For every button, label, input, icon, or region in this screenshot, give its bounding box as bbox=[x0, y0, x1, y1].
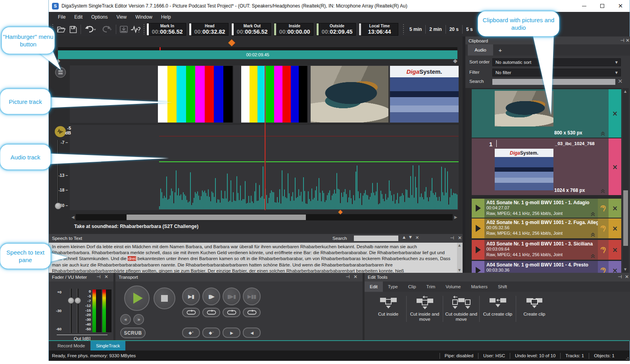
scroll-down-icon[interactable]: ▼ bbox=[458, 268, 461, 272]
overview-range-bar[interactable]: 00:02:09.45 bbox=[58, 50, 457, 59]
picture-track-lane[interactable]: DigaSystem. bbox=[70, 65, 459, 123]
open-button[interactable] bbox=[55, 24, 67, 35]
menu-view[interactable]: View bbox=[112, 13, 131, 21]
collapse-icon[interactable] bbox=[590, 212, 595, 216]
clipboard-scrollbar[interactable]: ▲ ▼ bbox=[622, 88, 629, 273]
clipboard-picture-item[interactable]: 1_03_ibc_1024_768DigaSystem.1024 x 768 p… bbox=[472, 138, 621, 195]
play-button[interactable] bbox=[472, 199, 484, 218]
picture-clip-lizard[interactable] bbox=[311, 66, 388, 123]
clipboard-tab-audio[interactable]: Audio bbox=[468, 44, 493, 56]
tab-trim[interactable]: Trim bbox=[421, 282, 441, 292]
speech-scrollbar[interactable]: ▲ ▼ bbox=[457, 243, 463, 273]
delete-button[interactable]: × bbox=[609, 138, 621, 195]
listen-button[interactable] bbox=[598, 199, 609, 218]
menu-help[interactable]: Help bbox=[157, 13, 175, 21]
track-fader-knob[interactable] bbox=[55, 203, 61, 209]
redo-button[interactable] bbox=[98, 24, 114, 35]
play-to-mark-button[interactable]: ▶▮ bbox=[182, 287, 200, 305]
collapse-icon[interactable] bbox=[590, 232, 595, 237]
stop-button[interactable] bbox=[154, 287, 175, 309]
skip-forward-button[interactable]: » bbox=[133, 314, 144, 325]
clipboard-audio-item[interactable]: A02 Sonate Nr. 1 g-moll BWV 1001 - 2. Fu… bbox=[472, 218, 621, 238]
track-fader-slider[interactable] bbox=[58, 140, 59, 207]
pin-icon[interactable]: ⊣ bbox=[346, 274, 350, 280]
play-button[interactable] bbox=[472, 240, 484, 260]
loop-button-4[interactable] bbox=[243, 308, 261, 317]
play-inside-button[interactable]: ▮▶▮ bbox=[223, 287, 240, 305]
search-clear-icon[interactable]: ✕ bbox=[618, 78, 623, 85]
listen-button[interactable] bbox=[598, 261, 609, 273]
timebox-head[interactable]: Head00:00:32.82 bbox=[189, 23, 229, 36]
delete-button[interactable]: × bbox=[609, 89, 621, 138]
delete-button[interactable]: × bbox=[609, 240, 621, 260]
loop-button-1[interactable] bbox=[182, 308, 200, 317]
zoom-preset-5min[interactable]: 5 min bbox=[406, 27, 425, 32]
mode-tab-singletrack[interactable]: SingleTrack bbox=[90, 341, 125, 351]
play-from-mark-button[interactable]: ▮▶ bbox=[202, 287, 220, 305]
pin-icon[interactable]: ⊣ bbox=[450, 235, 454, 241]
search-prev-icon[interactable]: ▲ bbox=[403, 235, 405, 239]
close-icon[interactable]: ✕ bbox=[104, 274, 108, 280]
pin-icon[interactable]: ⊣ bbox=[618, 274, 622, 280]
track-gain-icon[interactable] bbox=[55, 126, 66, 137]
resize-grip[interactable] bbox=[625, 356, 629, 360]
collapse-icon[interactable] bbox=[590, 254, 595, 259]
tool-create-clip[interactable]: Create clip bbox=[516, 296, 553, 322]
save-button[interactable] bbox=[67, 24, 79, 35]
scrollbar-thumb[interactable] bbox=[127, 215, 306, 220]
fader-knob-right[interactable] bbox=[75, 297, 81, 304]
range-diamond-right-icon[interactable]: ◆ bbox=[453, 57, 457, 64]
tool-cut-create-clip[interactable]: Cut create clip bbox=[480, 296, 516, 322]
horizontal-scrollbar[interactable]: ◀ ▶ bbox=[49, 214, 463, 221]
search-clear-icon[interactable]: ✕ bbox=[415, 235, 419, 240]
tool-cut-inside[interactable]: Cut inside bbox=[370, 296, 407, 322]
tab-shift[interactable]: Shift bbox=[493, 282, 512, 292]
menu-file[interactable]: File bbox=[54, 13, 70, 21]
zoom-preset-20s[interactable]: 20 s bbox=[446, 27, 462, 32]
play-button[interactable] bbox=[472, 261, 484, 273]
scrub-button[interactable]: SCRUB bbox=[120, 328, 146, 338]
menu-options[interactable]: Options bbox=[87, 13, 112, 21]
timebox-mark-out[interactable]: Mark Out00:00:56.52 bbox=[231, 23, 271, 36]
listen-button[interactable] bbox=[598, 240, 609, 260]
delete-button[interactable]: × bbox=[609, 218, 621, 238]
timeline-overview[interactable]: ◆ 00:02:09.45 ◆ ◆ bbox=[49, 36, 463, 65]
pin-icon[interactable]: ⊣ bbox=[620, 38, 624, 43]
minimize-button[interactable] bbox=[575, 0, 593, 12]
track-marker-icon[interactable]: ◆ bbox=[338, 208, 343, 215]
toolbar-grip[interactable] bbox=[142, 24, 146, 34]
close-button[interactable]: ✕ bbox=[611, 0, 630, 12]
sort-order-select[interactable]: No automatic sort▼ bbox=[492, 58, 621, 66]
play-outside-button[interactable]: ▶▮▮ bbox=[243, 287, 261, 305]
remove-marker-button[interactable]: ◆⁻ bbox=[202, 328, 220, 338]
timebox-inside[interactable]: Inside00:00:00.00 bbox=[274, 23, 313, 36]
scroll-left-icon[interactable]: ◀ bbox=[71, 215, 75, 219]
overview-marker-icon[interactable]: ◆ bbox=[228, 37, 235, 47]
filter-select[interactable]: No filter▼ bbox=[492, 69, 621, 77]
scrollbar-thumb[interactable] bbox=[623, 190, 628, 246]
speech-search-input[interactable] bbox=[354, 236, 398, 241]
play-button[interactable] bbox=[124, 285, 150, 311]
overview-ruler[interactable] bbox=[58, 47, 457, 50]
close-icon[interactable]: ✕ bbox=[625, 274, 629, 280]
prev-marker-button[interactable]: ◀ bbox=[243, 328, 261, 338]
clipboard-audio-item[interactable]: A04 Sonate Nr. 1 g-moll BWV 1001 - 4. Pr… bbox=[472, 261, 621, 273]
mode-tab-record-mode[interactable]: Record Mode bbox=[52, 341, 90, 351]
collapse-icon[interactable] bbox=[600, 131, 605, 136]
pin-icon[interactable]: ⊣ bbox=[96, 274, 100, 280]
scrollbar-track[interactable] bbox=[76, 214, 453, 220]
collapse-icon[interactable] bbox=[600, 189, 605, 193]
tool-cut-inside-and-move[interactable]: Cut inside and move bbox=[407, 296, 443, 322]
listen-button[interactable] bbox=[598, 218, 609, 238]
clipboard-audio-item[interactable]: A01 Sonate Nr. 1 g-moll BWV 1001 - 1. Ad… bbox=[472, 199, 621, 218]
picture-track[interactable]: DigaSystem. bbox=[49, 65, 463, 123]
audio-track[interactable]: -5dB -7 –-9 –-13 –-18 –-40 – bbox=[49, 125, 463, 210]
picture-clip-digasystem[interactable]: DigaSystem. bbox=[390, 66, 459, 123]
tab-edit[interactable]: Edit bbox=[365, 282, 383, 292]
zoom-preset-2min[interactable]: 2 min bbox=[426, 27, 445, 32]
picture-clip-colorbars-2[interactable] bbox=[241, 66, 308, 123]
fader-knob-left[interactable] bbox=[68, 297, 74, 304]
picture-clip-colorbars-1[interactable] bbox=[158, 66, 233, 123]
tab-type[interactable]: Type bbox=[383, 282, 403, 292]
undo-button[interactable] bbox=[83, 24, 98, 35]
